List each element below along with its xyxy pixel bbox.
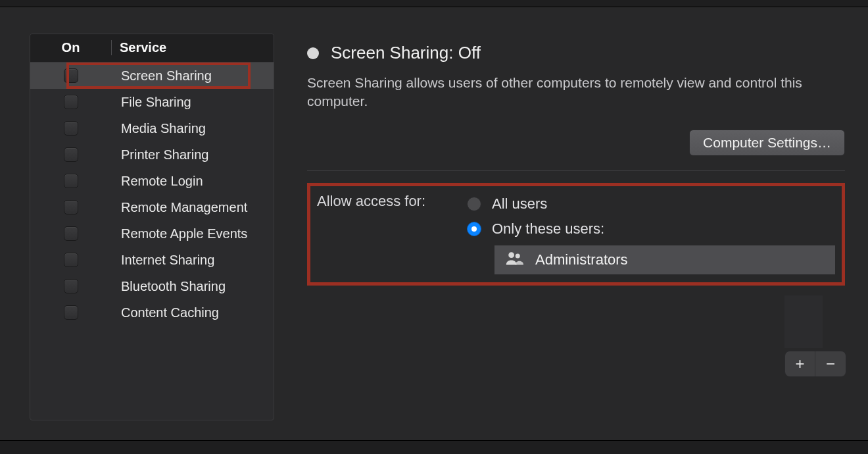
radio-only-these-users-label: Only these users: <box>492 220 604 238</box>
users-group-icon <box>505 251 523 269</box>
radio-only-these-users[interactable] <box>467 222 481 236</box>
service-label: File Sharing <box>112 95 191 110</box>
radio-all-users-label: All users <box>492 195 547 213</box>
service-description: Screen Sharing allows users of other com… <box>307 74 836 111</box>
service-row-remote-login[interactable]: Remote Login <box>30 168 274 194</box>
services-header: On Service <box>30 34 274 63</box>
add-user-button[interactable]: + <box>785 351 815 376</box>
service-label: Remote Management <box>112 200 247 215</box>
service-label: Media Sharing <box>112 121 206 136</box>
service-label: Content Caching <box>112 305 219 320</box>
service-checkbox-internet-sharing[interactable] <box>64 253 78 267</box>
service-checkbox-remote-apple-events[interactable] <box>64 226 78 241</box>
service-row-bluetooth-sharing[interactable]: Bluetooth Sharing <box>30 273 274 299</box>
service-row-remote-apple-events[interactable]: Remote Apple Events <box>30 220 274 247</box>
service-row-printer-sharing[interactable]: Printer Sharing <box>30 141 274 168</box>
service-checkbox-remote-management[interactable] <box>64 200 78 214</box>
service-checkbox-file-sharing[interactable] <box>64 95 78 109</box>
plus-icon: + <box>795 355 804 373</box>
svg-point-0 <box>508 252 514 258</box>
service-row-screen-sharing[interactable]: Screen Sharing <box>30 63 274 89</box>
remove-user-button[interactable]: − <box>815 351 846 376</box>
status-indicator-icon <box>307 47 319 59</box>
service-label: Internet Sharing <box>112 253 214 268</box>
service-label: Bluetooth Sharing <box>112 279 226 294</box>
column-header-on: On <box>30 40 112 55</box>
service-row-internet-sharing[interactable]: Internet Sharing <box>30 247 274 273</box>
computer-settings-button[interactable]: Computer Settings… <box>689 130 845 156</box>
add-remove-users-toolbar: + − <box>784 351 846 377</box>
svg-point-1 <box>516 253 520 258</box>
service-label: Remote Apple Events <box>112 226 247 241</box>
sharing-preferences-panel: On Service Screen Sharing File Sharing M… <box>0 7 868 441</box>
allowed-users-list-background <box>784 295 823 348</box>
annotation-highlight-access: Allow access for: All users Only these u… <box>307 183 845 286</box>
column-header-service: Service <box>112 40 166 55</box>
service-detail-pane: Screen Sharing: Off Screen Sharing allow… <box>307 34 845 420</box>
minus-icon: − <box>826 355 835 373</box>
service-label: Printer Sharing <box>112 147 208 163</box>
service-checkbox-screen-sharing[interactable] <box>64 68 78 83</box>
service-status-title: Screen Sharing: Off <box>331 43 481 63</box>
service-checkbox-media-sharing[interactable] <box>64 121 78 136</box>
service-checkbox-remote-login[interactable] <box>64 174 78 188</box>
services-sidebar: On Service Screen Sharing File Sharing M… <box>30 34 274 420</box>
section-divider <box>307 170 845 171</box>
service-label: Remote Login <box>112 174 203 189</box>
user-row-name: Administrators <box>535 251 628 268</box>
allowed-users-list[interactable]: Administrators <box>494 245 835 274</box>
service-checkbox-printer-sharing[interactable] <box>64 147 78 162</box>
user-row-administrators[interactable]: Administrators <box>494 245 835 274</box>
service-row-remote-management[interactable]: Remote Management <box>30 194 274 220</box>
service-row-content-caching[interactable]: Content Caching <box>30 299 274 326</box>
services-list: Screen Sharing File Sharing Media Sharin… <box>30 63 274 420</box>
allow-access-label: Allow access for: <box>317 191 455 274</box>
service-row-media-sharing[interactable]: Media Sharing <box>30 115 274 141</box>
service-checkbox-bluetooth-sharing[interactable] <box>64 279 78 293</box>
service-checkbox-content-caching[interactable] <box>64 305 78 320</box>
service-label: Screen Sharing <box>112 68 212 84</box>
service-row-file-sharing[interactable]: File Sharing <box>30 89 274 115</box>
radio-all-users[interactable] <box>467 197 481 211</box>
